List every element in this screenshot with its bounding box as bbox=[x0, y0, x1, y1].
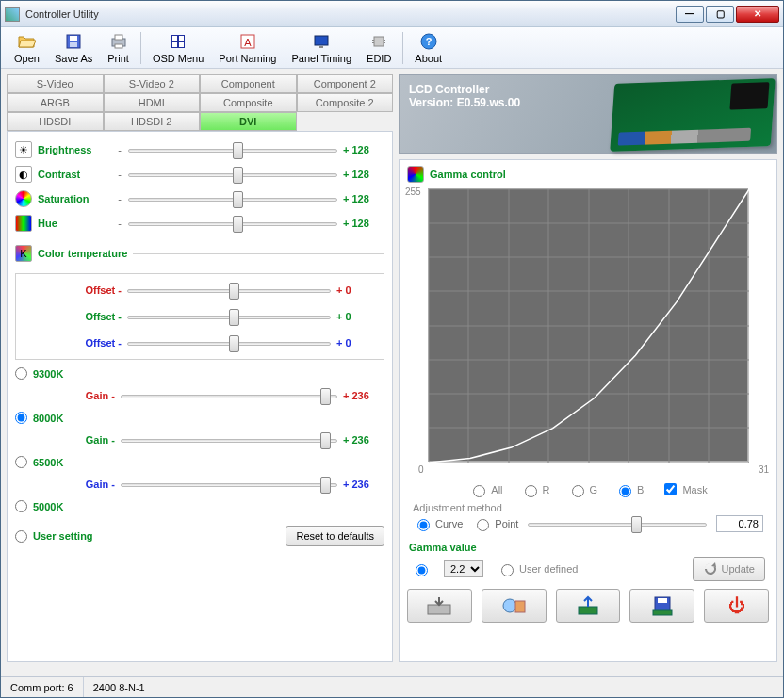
status-config: 2400 8-N-1 bbox=[84, 677, 155, 697]
tab-component[interactable]: Component bbox=[200, 74, 297, 93]
tab-svideo2[interactable]: S-Video 2 bbox=[104, 74, 201, 93]
saturation-icon bbox=[15, 190, 32, 207]
channel-all[interactable]: All bbox=[468, 482, 502, 497]
gain-r-value: + 236 bbox=[343, 390, 384, 401]
adj-value[interactable]: 0.78 bbox=[716, 515, 763, 532]
offset-b-label: Offset bbox=[85, 337, 115, 349]
preset-8000k[interactable]: 8000K bbox=[15, 412, 384, 424]
gamma-user-radio[interactable]: User defined bbox=[497, 561, 578, 576]
hue-label: Hue bbox=[38, 218, 111, 229]
svg-rect-17 bbox=[372, 42, 374, 43]
channel-g[interactable]: G bbox=[567, 482, 598, 497]
svg-point-41 bbox=[503, 599, 516, 612]
factory-reset-button[interactable] bbox=[482, 589, 547, 623]
tab-composite2[interactable]: Composite 2 bbox=[297, 93, 394, 112]
tab-dvi[interactable]: DVI bbox=[200, 112, 297, 131]
reset-defaults-button[interactable]: Reset to defaults bbox=[286, 526, 384, 546]
portnaming-button[interactable]: A Port Naming bbox=[211, 30, 284, 66]
minimize-button[interactable]: — bbox=[676, 6, 704, 23]
brightness-row: ☀ Brightness - + 128 bbox=[15, 141, 384, 158]
brightness-slider[interactable] bbox=[128, 141, 337, 158]
board-image bbox=[610, 78, 776, 152]
svg-rect-45 bbox=[658, 598, 667, 603]
osdmenu-label: OSD Menu bbox=[153, 53, 204, 64]
contrast-icon: ◐ bbox=[15, 166, 32, 183]
adj-curve[interactable]: Curve bbox=[413, 516, 463, 531]
portnaming-label: Port Naming bbox=[219, 53, 276, 64]
gain-b-label: Gain bbox=[86, 479, 108, 490]
svg-rect-8 bbox=[179, 36, 184, 41]
preset-6500k[interactable]: 6500K bbox=[15, 456, 384, 468]
tab-hdmi[interactable]: HDMI bbox=[104, 93, 201, 112]
adj-slider[interactable] bbox=[528, 515, 707, 532]
about-button[interactable]: ? About bbox=[407, 30, 449, 66]
gamma-value-header: Gamma value bbox=[409, 542, 769, 553]
preset-9300k[interactable]: 9300K bbox=[15, 367, 384, 380]
print-button[interactable]: Print bbox=[100, 30, 137, 66]
load-from-device-button[interactable] bbox=[407, 589, 472, 623]
osdmenu-button[interactable]: OSD Menu bbox=[145, 30, 211, 66]
upload-button[interactable] bbox=[556, 589, 621, 623]
preset-5000k[interactable]: 5000K bbox=[15, 500, 384, 512]
gain-g-slider[interactable] bbox=[121, 431, 337, 448]
tab-component2[interactable]: Component 2 bbox=[297, 74, 394, 93]
tab-hdsdi2[interactable]: HDSDI 2 bbox=[104, 112, 201, 131]
offset-g-slider[interactable] bbox=[127, 308, 331, 325]
gamma-icon bbox=[407, 166, 424, 183]
edid-button[interactable]: EDID bbox=[359, 30, 399, 66]
contrast-slider[interactable] bbox=[128, 166, 337, 183]
svg-rect-19 bbox=[384, 42, 385, 43]
brightness-label: Brightness bbox=[38, 144, 111, 155]
channel-r[interactable]: R bbox=[520, 482, 550, 497]
tab-composite[interactable]: Composite bbox=[200, 93, 297, 112]
hue-slider[interactable] bbox=[128, 215, 337, 232]
edid-label: EDID bbox=[367, 53, 391, 64]
upload-icon bbox=[575, 595, 601, 616]
power-button[interactable]: ⏻ bbox=[704, 589, 769, 623]
power-icon: ⏻ bbox=[728, 596, 745, 616]
action-buttons: ⏻ bbox=[407, 589, 769, 623]
offset-g-label: Offset bbox=[85, 311, 115, 322]
gamma-chart[interactable] bbox=[428, 188, 748, 462]
offset-b-value: + 0 bbox=[336, 337, 378, 349]
monitor-icon bbox=[312, 32, 331, 51]
status-bar: Comm port: 6 2400 8-N-1 bbox=[1, 676, 783, 697]
offset-r-slider[interactable] bbox=[127, 282, 331, 299]
close-button[interactable]: ✕ bbox=[736, 6, 779, 23]
tab-hdsdi[interactable]: HDSDI bbox=[7, 112, 104, 131]
svg-text:?: ? bbox=[425, 36, 432, 47]
gamma-preset-radio[interactable] bbox=[411, 561, 431, 576]
brightness-value: + 128 bbox=[343, 144, 384, 155]
saturation-slider[interactable] bbox=[128, 190, 337, 207]
adj-method-label: Adjustment method bbox=[413, 502, 769, 513]
saveas-button[interactable]: Save As bbox=[47, 30, 100, 66]
disk-icon bbox=[649, 595, 676, 616]
print-icon bbox=[109, 32, 128, 51]
adj-point[interactable]: Point bbox=[472, 516, 518, 531]
preset-user[interactable]: User setting bbox=[15, 530, 93, 543]
gain-r-slider[interactable] bbox=[121, 387, 337, 404]
maximize-button[interactable]: ▢ bbox=[706, 6, 734, 23]
svg-rect-15 bbox=[374, 37, 384, 46]
tab-argb[interactable]: ARGB bbox=[7, 93, 104, 112]
colortemp-title: Color temperature bbox=[38, 248, 127, 259]
svg-text:A: A bbox=[244, 37, 252, 48]
chart-xmax: 31 bbox=[759, 464, 769, 475]
chart-xmin: 0 bbox=[418, 464, 424, 475]
offset-b-slider[interactable] bbox=[127, 334, 331, 351]
chip-icon bbox=[369, 32, 388, 51]
factory-icon bbox=[500, 595, 527, 616]
open-button[interactable]: Open bbox=[7, 30, 47, 66]
gamma-preset-select[interactable]: 2.2 bbox=[444, 560, 483, 577]
update-button[interactable]: Update bbox=[693, 557, 765, 581]
status-port: Comm port: 6 bbox=[1, 677, 84, 697]
mask-checkbox[interactable]: Mask bbox=[661, 480, 707, 498]
channel-b[interactable]: B bbox=[614, 482, 644, 497]
svg-rect-13 bbox=[315, 36, 328, 45]
contrast-label: Contrast bbox=[38, 169, 111, 180]
paneltiming-button[interactable]: Panel Timing bbox=[284, 30, 359, 66]
svg-rect-1 bbox=[70, 36, 77, 41]
save-to-device-button[interactable] bbox=[629, 589, 694, 623]
tab-svideo[interactable]: S-Video bbox=[7, 74, 104, 93]
gain-b-slider[interactable] bbox=[121, 476, 337, 493]
